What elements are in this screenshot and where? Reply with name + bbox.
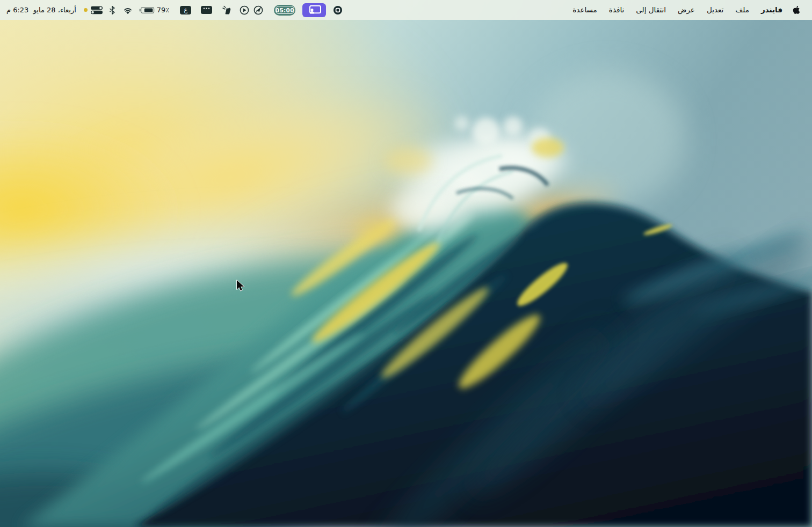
timer-pill[interactable]: 05:00 [274, 5, 295, 16]
menu-bar-status: أربعاء، 28 مايو 6:23 م [5, 0, 343, 20]
paper-plane-icon[interactable] [253, 5, 263, 15]
keyboard-icon[interactable] [201, 6, 212, 14]
recording-dot [84, 8, 88, 12]
battery-icon[interactable] [139, 6, 155, 14]
menu-go[interactable]: انتقال إلى [630, 0, 672, 20]
menu-bar: فايندر ملف تعديل عرض انتقال إلى نافذة مس… [0, 0, 812, 20]
clock[interactable]: أربعاء، 28 مايو 6:23 م [6, 6, 76, 14]
wifi-icon[interactable] [123, 6, 133, 14]
input-source-label: ع [184, 7, 188, 13]
play-icon[interactable] [240, 5, 249, 15]
menu-edit[interactable]: تعديل [701, 0, 729, 20]
gesture-icon[interactable] [222, 5, 233, 15]
menu-help[interactable]: مساعدة [567, 0, 603, 20]
control-center-icon[interactable] [91, 6, 103, 14]
battery-percent-label: 79٪ [157, 6, 170, 14]
apple-logo-icon [793, 5, 800, 14]
desktop-wallpaper [0, 0, 812, 527]
menu-view[interactable]: عرض [672, 0, 701, 20]
menu-file[interactable]: ملف [729, 0, 755, 20]
bluetooth-icon[interactable] [109, 6, 115, 14]
input-source-badge[interactable]: ع [180, 6, 191, 14]
apple-menu[interactable] [788, 0, 807, 20]
stop-record-icon[interactable] [333, 5, 343, 15]
screen-sharing-icon[interactable] [302, 3, 326, 17]
desktop: فايندر ملف تعديل عرض انتقال إلى نافذة مس… [0, 0, 812, 527]
menu-finder[interactable]: فايندر [755, 0, 788, 20]
menu-window[interactable]: نافذة [603, 0, 630, 20]
timer-label: 05:00 [276, 7, 294, 13]
menu-bar-menus: فايندر ملف تعديل عرض انتقال إلى نافذة مس… [567, 0, 807, 20]
